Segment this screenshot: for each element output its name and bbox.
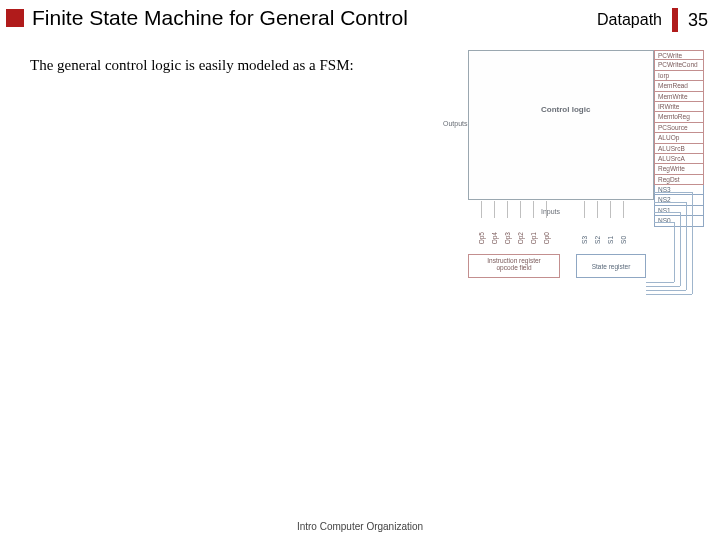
feedback-wire: [654, 192, 692, 193]
control-logic-box: Control logic: [468, 50, 654, 200]
wire-icon: [623, 201, 624, 218]
ir-line1: Instruction register: [469, 257, 559, 264]
input-op: Op2: [517, 232, 524, 244]
feedback-wire: [646, 294, 692, 295]
wire-icon: [494, 201, 495, 218]
signal-out: PCWrite: [654, 50, 704, 60]
body-paragraph: The general control logic is easily mode…: [30, 56, 410, 75]
wire-icon: [584, 201, 585, 218]
signal-out: RegDst: [654, 175, 704, 185]
state-register-box: State register: [576, 254, 646, 278]
control-logic-label: Control logic: [541, 105, 590, 114]
control-logic-diagram: Control logic Outputs PCWrite PCWriteCon…: [446, 44, 706, 306]
wire-icon: [507, 201, 508, 218]
signal-out: ALUSrcB: [654, 144, 704, 154]
signal-out: MemRead: [654, 81, 704, 91]
outputs-label: Outputs: [443, 120, 468, 127]
feedback-wire: [654, 212, 680, 213]
input-op: Op0: [543, 232, 550, 244]
header-right: Datapath 35: [597, 8, 708, 32]
input-op: Op1: [530, 232, 537, 244]
wire-icon: [610, 201, 611, 218]
feedback-wire: [674, 222, 675, 282]
header-right-label: Datapath: [597, 11, 662, 29]
feedback-wire: [692, 192, 693, 294]
signal-out: Iorp: [654, 71, 704, 81]
ir-line2: opcode field: [469, 264, 559, 271]
instruction-register-box: Instruction register opcode field: [468, 254, 560, 278]
output-signal-list: PCWrite PCWriteCond Iorp MemRead MemWrit…: [654, 50, 704, 227]
signal-out: ALUOp: [654, 133, 704, 143]
signal-ns: NS3: [654, 185, 704, 195]
input-op: Op4: [491, 232, 498, 244]
page-accent-icon: [672, 8, 678, 32]
feedback-wire: [680, 212, 681, 286]
wire-icon: [481, 201, 482, 218]
wire-icon: [520, 201, 521, 218]
input-op: Op5: [478, 232, 485, 244]
signal-out: MemWrite: [654, 92, 704, 102]
feedback-wire: [686, 202, 687, 290]
wire-icon: [533, 201, 534, 218]
signal-out: IRWrite: [654, 102, 704, 112]
signal-out: MemtoReg: [654, 112, 704, 122]
input-s: S1: [607, 236, 614, 244]
signal-ns: NS2: [654, 195, 704, 205]
signal-out: ALUSrcA: [654, 154, 704, 164]
wire-icon: [546, 201, 547, 218]
footer-text: Intro Computer Organization: [0, 521, 720, 532]
signal-out: RegWrite: [654, 164, 704, 174]
inputs-label: Inputs: [541, 208, 560, 215]
feedback-wire: [646, 282, 674, 283]
slide-root: Finite State Machine for General Control…: [0, 0, 720, 540]
feedback-wire: [646, 286, 680, 287]
feedback-wire: [654, 222, 674, 223]
input-s: S2: [594, 236, 601, 244]
input-s: S3: [581, 236, 588, 244]
title-bullet-icon: [6, 9, 24, 27]
feedback-wire: [654, 202, 686, 203]
input-s: S0: [620, 236, 627, 244]
wire-icon: [597, 201, 598, 218]
signal-out: PCWriteCond: [654, 60, 704, 70]
feedback-wire: [646, 290, 686, 291]
input-op: Op3: [504, 232, 511, 244]
page-number: 35: [688, 10, 708, 31]
signal-out: PCSource: [654, 123, 704, 133]
